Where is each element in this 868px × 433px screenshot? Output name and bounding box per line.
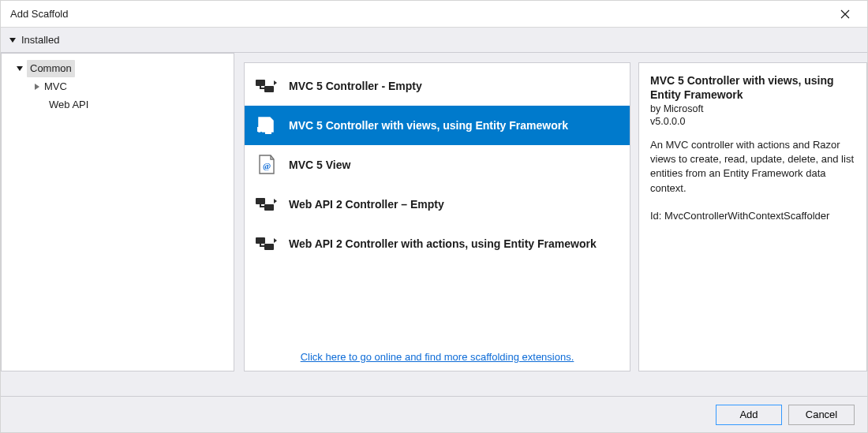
details-id-label: Id: bbox=[650, 210, 661, 222]
tree-node-mvc[interactable]: MVC bbox=[30, 78, 70, 95]
scaffold-list-item[interactable]: Web API 2 Controller – Empty bbox=[245, 185, 630, 224]
details-id: Id: MvcControllerWithContextScaffolder bbox=[650, 210, 855, 222]
category-tree: Common MVC bbox=[2, 54, 234, 120]
svg-text:@: @ bbox=[263, 161, 271, 170]
scaffold-item-label: Web API 2 Controller with actions, using… bbox=[289, 237, 597, 250]
scaffold-item-label: Web API 2 Controller – Empty bbox=[289, 198, 444, 211]
details-publisher: by Microsoft bbox=[650, 103, 855, 114]
scaffold-list-item[interactable]: Web API 2 Controller with actions, using… bbox=[245, 224, 630, 263]
scaffold-list-item[interactable]: MVC 5 Controller with views, using Entit… bbox=[245, 106, 630, 145]
category-breadcrumb-bar: Installed bbox=[1, 28, 867, 53]
details-title: MVC 5 Controller with views, using Entit… bbox=[650, 74, 855, 102]
svg-rect-6 bbox=[265, 130, 271, 134]
online-extensions-link-row: Click here to go online and find more sc… bbox=[245, 344, 630, 371]
svg-rect-5 bbox=[257, 127, 265, 132]
controller-views-icon bbox=[256, 114, 278, 136]
controller-icon bbox=[256, 75, 278, 97]
cancel-button[interactable]: Cancel bbox=[788, 405, 855, 425]
caret-right-icon bbox=[33, 83, 41, 91]
caret-down-icon bbox=[16, 65, 24, 73]
dialog-title: Add Scaffold bbox=[10, 8, 68, 20]
tree-node-webapi[interactable]: Web API bbox=[46, 96, 92, 114]
dialog-add-scaffold: Add Scaffold Installed Common bbox=[0, 0, 868, 433]
controller-icon bbox=[256, 193, 278, 215]
scaffold-list: MVC 5 Controller - Empty MVC 5 Controlle… bbox=[245, 63, 630, 344]
details-description: An MVC controller with actions and Razor… bbox=[650, 138, 855, 196]
svg-rect-10 bbox=[256, 237, 265, 244]
controller-icon bbox=[256, 233, 278, 255]
close-button[interactable] bbox=[829, 3, 861, 25]
svg-rect-4 bbox=[264, 86, 274, 92]
svg-rect-11 bbox=[264, 244, 274, 250]
titlebar: Add Scaffold bbox=[1, 1, 867, 28]
scaffold-item-label: MVC 5 View bbox=[289, 159, 350, 171]
scaffold-list-panel: MVC 5 Controller - Empty MVC 5 Controlle… bbox=[234, 53, 630, 396]
svg-rect-9 bbox=[264, 204, 274, 211]
caret-down-icon[interactable] bbox=[9, 36, 17, 44]
close-icon bbox=[840, 9, 850, 19]
add-button[interactable]: Add bbox=[716, 405, 782, 425]
scaffold-item-label: MVC 5 Controller with views, using Entit… bbox=[289, 119, 568, 132]
tree-node-label: MVC bbox=[44, 78, 67, 95]
tree-node-common[interactable]: Common bbox=[13, 60, 78, 77]
svg-marker-2 bbox=[35, 84, 39, 90]
svg-marker-1 bbox=[17, 66, 23, 71]
svg-marker-0 bbox=[9, 38, 16, 43]
tree-node-label: Web API bbox=[49, 96, 88, 114]
scaffold-item-label: MVC 5 Controller - Empty bbox=[289, 80, 422, 92]
scaffold-list-item[interactable]: MVC 5 Controller - Empty bbox=[245, 66, 630, 106]
view-icon: @ bbox=[256, 154, 278, 176]
details-id-value: MvcControllerWithContextScaffolder bbox=[664, 210, 829, 222]
online-extensions-link[interactable]: Click here to go online and find more sc… bbox=[301, 351, 574, 363]
details-version: v5.0.0.0 bbox=[650, 116, 855, 127]
scaffold-list-item[interactable]: @ MVC 5 View bbox=[245, 145, 630, 185]
category-tree-panel: Common MVC bbox=[1, 53, 234, 396]
svg-rect-8 bbox=[256, 198, 265, 204]
dialog-footer: Add Cancel bbox=[1, 396, 867, 432]
tree-node-label: Common bbox=[27, 60, 75, 77]
details-panel: MVC 5 Controller with views, using Entit… bbox=[630, 53, 867, 396]
dialog-body: Common MVC bbox=[1, 53, 867, 396]
svg-rect-3 bbox=[256, 80, 265, 86]
category-installed-label[interactable]: Installed bbox=[21, 34, 59, 46]
